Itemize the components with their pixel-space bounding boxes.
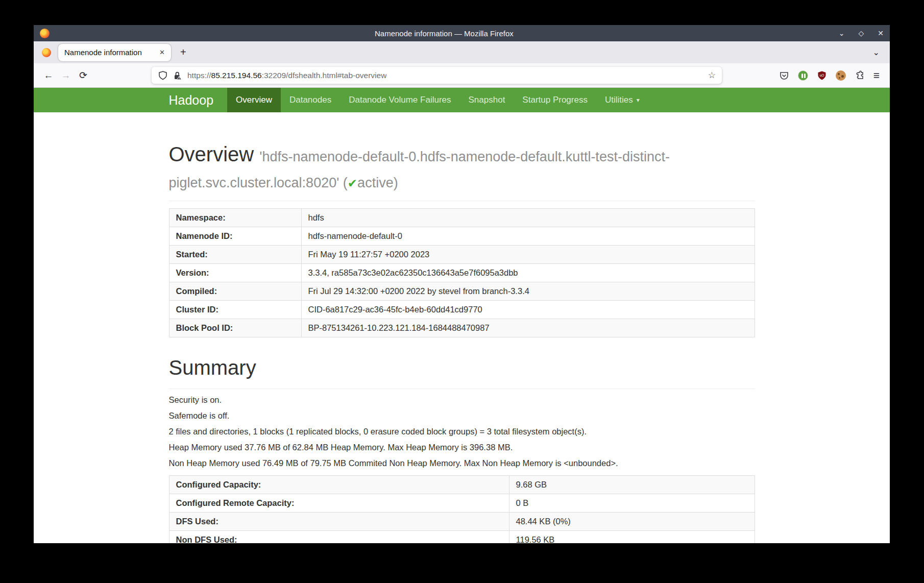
shield-permissions-icon[interactable]: [158, 70, 168, 81]
firefox-icon: [40, 29, 50, 38]
row-value: 3.3.4, ra585a73c3e02ac62350c136643a5e7f6…: [301, 264, 755, 282]
overview-title-text: Overview: [169, 143, 254, 165]
window-title: Namenode information — Mozilla Firefox: [50, 29, 839, 38]
cookie-extension-icon[interactable]: [836, 70, 846, 81]
active-check-icon: ✔: [348, 177, 357, 190]
table-row: Started:Fri May 19 11:27:57 +0200 2023: [169, 246, 755, 264]
toolbar-extensions: uO ≡: [779, 69, 880, 82]
row-label: Configured Capacity:: [169, 475, 509, 494]
bookmark-star-icon[interactable]: ☆: [708, 70, 716, 81]
active-state-label: active): [357, 175, 398, 190]
table-row: Namespace:hdfs: [169, 209, 755, 227]
caret-down-icon: ▾: [637, 96, 640, 104]
url-bar[interactable]: https://85.215.194.56:32209/dfshealth.ht…: [152, 67, 722, 84]
window-titlebar: Namenode information — Mozilla Firefox ⌄…: [34, 25, 890, 41]
row-label: Namenode ID:: [169, 227, 301, 246]
navigation-toolbar: ← → ⟳ https://85.215.194.56:32209/dfshea…: [34, 63, 890, 88]
ublock-origin-icon[interactable]: uO: [817, 70, 827, 81]
row-label: Block Pool ID:: [169, 319, 301, 337]
tab-title: Namenode information: [64, 48, 155, 57]
green-extension-icon[interactable]: [798, 70, 808, 81]
hadoop-navbar: Hadoop Overview Datanodes Datanode Volum…: [34, 88, 890, 112]
row-label: Non DFS Used:: [169, 530, 509, 543]
table-row: Version:3.3.4, ra585a73c3e02ac62350c1366…: [169, 264, 755, 282]
navbar-brand-hadoop[interactable]: Hadoop: [169, 88, 228, 112]
tab-close-icon[interactable]: ✕: [155, 48, 165, 56]
row-label: Started:: [169, 246, 301, 264]
row-value: hdfs-namenode-default-0: [301, 227, 755, 246]
row-label: DFS Used:: [169, 512, 509, 530]
extensions-puzzle-icon[interactable]: [855, 70, 865, 81]
row-value: 9.68 GB: [509, 475, 755, 494]
back-button[interactable]: ←: [40, 70, 57, 81]
table-row: Non DFS Used:119.56 KB: [169, 530, 755, 543]
row-value: hdfs: [301, 209, 755, 227]
row-label: Namespace:: [169, 209, 301, 227]
lock-warning-icon[interactable]: [173, 70, 183, 81]
url-host: 85.215.194.56: [211, 71, 262, 80]
row-value: 119.56 KB: [509, 530, 755, 543]
table-row: Compiled:Fri Jul 29 14:32:00 +0200 2022 …: [169, 282, 755, 301]
row-label: Compiled:: [169, 282, 301, 301]
table-row: Block Pool ID:BP-875134261-10.223.121.18…: [169, 319, 755, 337]
nav-tab-datanodes[interactable]: Datanodes: [281, 88, 340, 112]
row-value: BP-875134261-10.223.121.184-168448847098…: [301, 319, 755, 337]
url-protocol: https://: [187, 71, 211, 80]
browser-window: Namenode information — Mozilla Firefox ⌄…: [34, 25, 890, 543]
url-text: https://85.215.194.56:32209/dfshealth.ht…: [187, 71, 386, 80]
row-label: Configured Remote Capacity:: [169, 494, 509, 512]
url-path: :32209/dfshealth.html#tab-overview: [262, 71, 387, 80]
row-value: Fri May 19 11:27:57 +0200 2023: [301, 246, 755, 264]
tab-namenode-information[interactable]: Namenode information ✕: [58, 44, 171, 61]
nav-tab-datanode-volume-failures[interactable]: Datanode Volume Failures: [340, 88, 459, 112]
table-row: Namenode ID:hdfs-namenode-default-0: [169, 227, 755, 246]
summary-header: Summary: [169, 355, 755, 388]
summary-line-non-heap-memory: Non Heap Memory used 76.49 MB of 79.75 M…: [169, 458, 755, 468]
summary-line-heap-memory: Heap Memory used 37.76 MB of 62.84 MB He…: [169, 443, 755, 452]
nav-tab-overview[interactable]: Overview: [227, 88, 281, 112]
nav-tab-utilities[interactable]: Utilities ▾: [596, 88, 648, 112]
row-value: CID-6a817c29-ac36-45fc-b4eb-60dd41cd9770: [301, 301, 755, 319]
row-value: 48.44 KB (0%): [509, 512, 755, 530]
page-title: Overview 'hdfs-namenode-default-0.hdfs-n…: [169, 141, 755, 193]
tab-strip: Namenode information ✕ + ⌄: [34, 41, 890, 63]
summary-line-security: Security is on.: [169, 395, 755, 405]
table-row: DFS Used:48.44 KB (0%): [169, 512, 755, 530]
capacity-table: Configured Capacity:9.68 GB Configured R…: [169, 475, 755, 543]
table-row: Configured Capacity:9.68 GB: [169, 475, 755, 494]
namenode-info-table: Namespace:hdfs Namenode ID:hdfs-namenode…: [169, 208, 755, 337]
svg-text:uO: uO: [819, 73, 824, 77]
firefox-view-icon[interactable]: [42, 48, 51, 57]
nav-tab-utilities-label: Utilities: [605, 95, 633, 105]
page-viewport: Hadoop Overview Datanodes Datanode Volum…: [34, 88, 890, 543]
nav-tab-startup-progress[interactable]: Startup Progress: [514, 88, 596, 112]
minimize-icon[interactable]: ⌄: [839, 29, 845, 37]
row-value: Fri Jul 29 14:32:00 +0200 2022 by stevel…: [301, 282, 755, 301]
list-all-tabs-icon[interactable]: ⌄: [873, 47, 880, 57]
reload-button[interactable]: ⟳: [75, 69, 92, 81]
pocket-icon[interactable]: [779, 70, 789, 81]
table-row: Cluster ID:CID-6a817c29-ac36-45fc-b4eb-6…: [169, 301, 755, 319]
row-value: 0 B: [509, 494, 755, 512]
summary-line-safemode: Safemode is off.: [169, 411, 755, 421]
table-row: Configured Remote Capacity:0 B: [169, 494, 755, 512]
new-tab-button[interactable]: +: [180, 46, 186, 58]
forward-button[interactable]: →: [57, 70, 75, 81]
row-label: Version:: [169, 264, 301, 282]
summary-line-filesystem-objects: 2 files and directories, 1 blocks (1 rep…: [169, 427, 755, 436]
summary-title: Summary: [169, 355, 755, 381]
overview-header: Overview 'hdfs-namenode-default-0.hdfs-n…: [169, 141, 755, 201]
hamburger-menu-icon[interactable]: ≡: [873, 69, 880, 82]
maximize-icon[interactable]: ◇: [858, 29, 864, 37]
close-icon[interactable]: ✕: [878, 29, 884, 37]
row-label: Cluster ID:: [169, 301, 301, 319]
nav-tab-snapshot[interactable]: Snapshot: [460, 88, 514, 112]
